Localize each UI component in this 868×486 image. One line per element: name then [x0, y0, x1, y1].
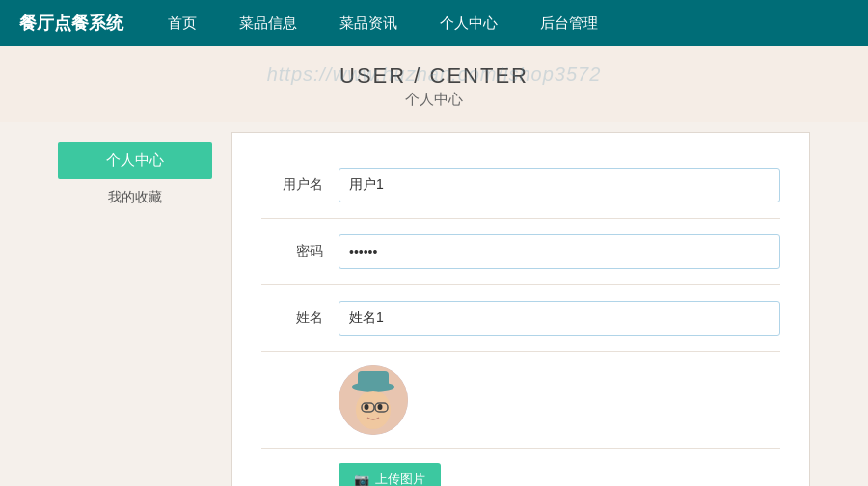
avatar [339, 365, 408, 435]
upload-icon: 📷 [354, 472, 369, 487]
nav-menu: 首页 菜品信息 菜品资讯 个人中心 后台管理 [162, 11, 604, 37]
username-input[interactable] [339, 168, 780, 202]
sidebar-favorites-link[interactable]: 我的收藏 [58, 179, 212, 216]
nav-news[interactable]: 菜品资讯 [334, 11, 403, 37]
upload-label: 上传图片 [375, 471, 425, 486]
upload-row: 📷 上传图片 [261, 449, 780, 486]
username-row: 用户名 [261, 152, 780, 219]
avatar-row [261, 352, 780, 449]
svg-rect-2 [358, 371, 389, 388]
main-layout: 个人中心 我的收藏 用户名 密码 姓名 [0, 122, 868, 486]
password-input[interactable] [339, 234, 780, 269]
sidebar: 个人中心 我的收藏 [58, 122, 212, 486]
form-area: 用户名 密码 姓名 [231, 132, 810, 486]
upload-button[interactable]: 📷 上传图片 [339, 463, 441, 486]
svg-point-4 [365, 404, 369, 410]
password-row: 密码 [261, 219, 780, 285]
hero-title-en: USER / CENTER [0, 64, 868, 89]
nav-dishes[interactable]: 菜品信息 [233, 11, 303, 37]
nav-home[interactable]: 首页 [162, 11, 203, 37]
nav-admin[interactable]: 后台管理 [534, 11, 604, 37]
name-row: 姓名 [261, 285, 780, 352]
name-label: 姓名 [261, 310, 339, 327]
name-input[interactable] [339, 301, 780, 336]
sidebar-active-item[interactable]: 个人中心 [58, 142, 212, 179]
nav-user[interactable]: 个人中心 [434, 11, 503, 37]
svg-point-5 [378, 404, 383, 410]
username-label: 用户名 [261, 176, 339, 194]
brand: 餐厅点餐系统 [19, 12, 123, 35]
navbar: 餐厅点餐系统 首页 菜品信息 菜品资讯 个人中心 后台管理 [0, 0, 868, 46]
hero-title-cn: 个人中心 [0, 91, 868, 109]
password-label: 密码 [261, 243, 339, 260]
hero-banner: https://www.huzhan.com/ishop3572 USER / … [0, 46, 868, 122]
